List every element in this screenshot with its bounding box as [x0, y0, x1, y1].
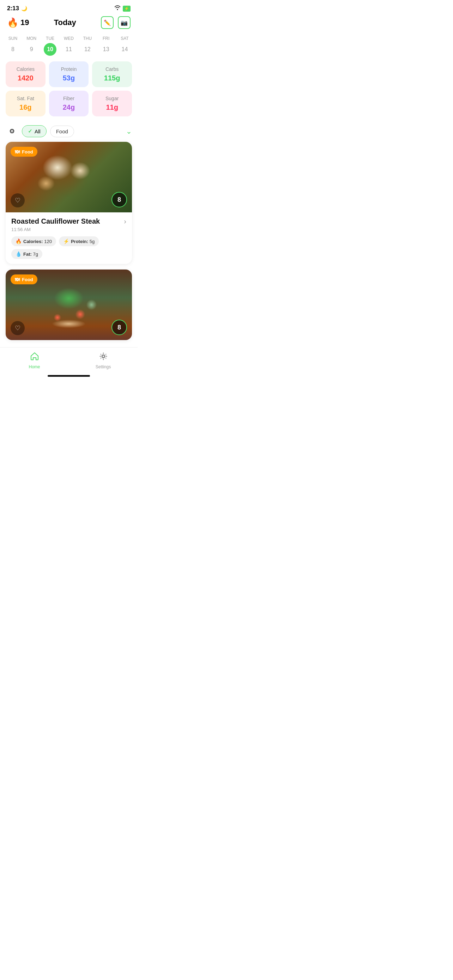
score-badge-cauliflower: 8 [111, 192, 127, 207]
chevron-right-icon: › [124, 217, 126, 226]
home-indicator [0, 372, 138, 378]
satfat-label: Sat. Fat [17, 95, 34, 101]
food-info-cauliflower: Roasted Cauliflower Steak › 11:56 AM 🔥 C… [6, 212, 132, 264]
cal-day-wed[interactable]: WED 11 [62, 36, 75, 56]
status-time: 2:13 [7, 5, 19, 12]
battery-icon: ⚡ [123, 6, 130, 12]
streak-badge: 🔥 19 [7, 17, 29, 28]
status-bar: 2:13 🌙 ⚡ [0, 0, 138, 15]
fiber-label: Fiber [63, 95, 75, 101]
flame-icon: 🔥 [7, 17, 18, 28]
nutrition-grid-top: Calories 1420 Protein 53g Carbs 115g [0, 61, 138, 91]
flame-macro-icon: 🔥 [16, 239, 22, 244]
sugar-value: 11g [106, 103, 118, 111]
food-image-salad: 🍽 Food ♡ 8 [6, 269, 132, 340]
home-nav-label: Home [29, 364, 40, 369]
nutrition-grid-bottom: Sat. Fat 16g Fiber 24g Sugar 11g [0, 91, 138, 122]
fiber-card: Fiber 24g [49, 91, 89, 116]
status-icons: ⚡ [114, 5, 130, 12]
sugar-card: Sugar 11g [92, 91, 132, 116]
cal-day-thu[interactable]: THU 12 [81, 36, 94, 56]
cal-day-sat[interactable]: SAT 14 [118, 36, 131, 56]
satfat-value: 16g [19, 103, 32, 111]
moon-icon: 🌙 [21, 6, 27, 11]
food-badge-label: Food [22, 149, 33, 154]
food-time-cauliflower: 11:56 AM [11, 227, 126, 232]
protein-value: 53g [63, 74, 75, 82]
calendar: SUN 8 MON 9 TUE 10 WED 11 THU 12 FRI 13 … [0, 33, 138, 61]
header-title: Today [54, 18, 76, 27]
home-bar [48, 375, 90, 377]
cal-day-fri[interactable]: FRI 13 [100, 36, 113, 56]
edit-button[interactable]: ✏️ [101, 16, 114, 29]
gear-icon [99, 352, 108, 363]
bolt-icon: ⚡ [63, 239, 69, 244]
filter-all-pill[interactable]: ✓ All [22, 125, 46, 137]
calories-label: Calories [17, 66, 35, 72]
carbs-value: 115g [104, 74, 120, 82]
chevron-down-icon[interactable]: ⌄ [126, 127, 132, 135]
food-badge-salad: 🍽 Food [11, 274, 37, 284]
checkmark-icon: ✓ [28, 128, 32, 134]
food-title-row: Roasted Cauliflower Steak › [11, 217, 126, 226]
macro-fat-cauliflower: 💧 Fat: 7g [11, 249, 42, 259]
cal-day-tue[interactable]: TUE 10 [44, 36, 56, 56]
utensils-icon: 🍽 [15, 149, 20, 154]
streak-count: 19 [21, 18, 29, 27]
svg-point-2 [102, 355, 105, 357]
carbs-card: Carbs 115g [92, 61, 132, 87]
utensils-icon-2: 🍽 [15, 277, 20, 282]
macro-calories-cauliflower: 🔥 Calories: 120 [11, 236, 56, 246]
score-badge-salad: 8 [111, 320, 127, 335]
food-macros-cauliflower: 🔥 Calories: 120 ⚡ Protein: 5g 💧 Fat: 7g [11, 236, 126, 259]
filter-all-label: All [35, 129, 41, 134]
cal-day-sun[interactable]: SUN 8 [6, 36, 19, 56]
food-title-cauliflower: Roasted Cauliflower Steak [11, 217, 100, 226]
settings-nav-label: Settings [95, 364, 111, 369]
cal-day-mon[interactable]: MON 9 [25, 36, 38, 56]
filter-settings-button[interactable]: ⚙ [6, 125, 18, 138]
edit-icon: ✏️ [104, 19, 111, 26]
satfat-card: Sat. Fat 16g [6, 91, 46, 116]
calories-card: Calories 1420 [6, 61, 46, 87]
home-icon [30, 352, 39, 363]
food-cards-container: 🍽 Food ♡ 8 Roasted Cauliflower Steak › 1… [0, 142, 138, 340]
fiber-value: 24g [63, 103, 75, 111]
filter-food-pill[interactable]: Food [50, 126, 74, 137]
filter-food-label: Food [56, 129, 68, 134]
header: 🔥 19 Today ✏️ 📷 [0, 15, 138, 33]
food-card-salad[interactable]: 🍽 Food ♡ 8 [6, 269, 132, 340]
wifi-icon [114, 5, 121, 12]
food-badge-cauliflower: 🍽 Food [11, 147, 37, 157]
header-actions[interactable]: ✏️ 📷 [101, 16, 130, 29]
drop-icon: 💧 [16, 251, 22, 257]
food-card-cauliflower[interactable]: 🍽 Food ♡ 8 Roasted Cauliflower Steak › 1… [6, 142, 132, 264]
like-button-salad[interactable]: ♡ [11, 321, 25, 335]
calories-value: 1420 [17, 74, 33, 82]
like-button-cauliflower[interactable]: ♡ [11, 193, 25, 207]
food-badge-label-salad: Food [22, 277, 33, 282]
camera-icon: 📷 [121, 19, 128, 26]
carbs-label: Carbs [105, 66, 119, 72]
bottom-nav: Home Settings [0, 347, 138, 372]
nav-item-settings[interactable]: Settings [69, 352, 138, 369]
protein-label: Protein [61, 66, 76, 72]
camera-button[interactable]: 📷 [118, 16, 130, 29]
food-image-cauliflower: 🍽 Food ♡ 8 [6, 142, 132, 212]
filter-bar: ⚙ ✓ All Food ⌄ [0, 122, 138, 142]
protein-card: Protein 53g [49, 61, 89, 87]
nav-item-home[interactable]: Home [0, 352, 69, 369]
sliders-icon: ⚙ [9, 127, 15, 135]
sugar-label: Sugar [105, 95, 119, 101]
macro-protein-cauliflower: ⚡ Protein: 5g [59, 236, 99, 246]
